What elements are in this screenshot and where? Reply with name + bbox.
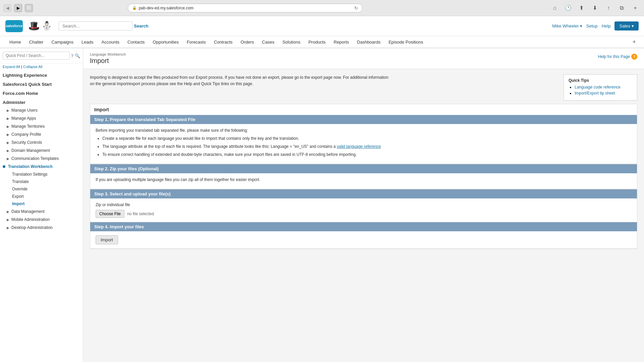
sf-header: salesforce 🎩 ⛄ Search Mike Wheeler ▾ Set… (0, 16, 644, 36)
share-icon[interactable]: ↑ (603, 3, 614, 13)
step2-block: Step 2. Zip your files (Optional) If you… (90, 164, 637, 189)
nav-item-home[interactable]: Home (5, 36, 25, 48)
sidebar-item-domain-management[interactable]: ▶ Domain Management (0, 146, 83, 155)
choose-file-button[interactable]: Choose File (96, 210, 124, 218)
import-section: Import Step 1. Prepare the translated Ta… (90, 104, 637, 249)
more-icon[interactable]: + (630, 3, 641, 13)
reload-icon[interactable]: ↻ (354, 5, 358, 11)
nav-item-episode-positions[interactable]: Episode Positions (384, 36, 427, 48)
sidebar-item-manage-territories[interactable]: ▶ Manage Territories (0, 122, 83, 130)
import-button[interactable]: Import (96, 235, 118, 244)
logo-text: salesforce (6, 24, 22, 28)
content-body: Quick Tips Language code reference Impor… (83, 69, 644, 254)
sidebar-item-label: Company Profile (11, 132, 41, 137)
active-dot-icon (3, 165, 5, 168)
sidebar-item-manage-apps[interactable]: ▶ Manage Apps (0, 114, 83, 122)
sidebar-subitem-translation-settings[interactable]: Translation Settings (0, 171, 83, 178)
forward-button[interactable]: ▶ (14, 4, 22, 12)
home-icon[interactable]: ⌂ (549, 3, 560, 13)
nav-item-contracts[interactable]: Contracts (210, 36, 237, 48)
nav-item-dashboards[interactable]: Dashboards (353, 36, 384, 48)
download-icon[interactable]: ⬇ (590, 3, 600, 13)
sidebar-item-desktop-administration[interactable]: ▶ Desktop Administration (0, 224, 83, 232)
user-menu[interactable]: Mike Wheeler ▾ (552, 23, 582, 28)
sidebar-item-security-controls[interactable]: ▶ Security Controls (0, 138, 83, 146)
history-icon[interactable]: 🕐 (563, 3, 574, 13)
help-for-this-page-link[interactable]: Help for this Page ? (598, 54, 637, 60)
sidebar-subitem-import[interactable]: Import (0, 200, 83, 207)
sidebar-item-label: Manage Territories (11, 124, 45, 129)
expand-icon: ▶ (7, 218, 9, 222)
expand-icon: ▶ (7, 125, 9, 128)
collapse-all-link[interactable]: Collapse All (23, 65, 42, 69)
nav-item-solutions[interactable]: Solutions (278, 36, 304, 48)
sidebar-salesforce1-quick-start[interactable]: Salesforce1 Quick Start (0, 79, 83, 88)
sidebar-item-translation-workbench[interactable]: Translation Workbench (0, 163, 83, 171)
sidebar-search-icon[interactable]: 🔍 (75, 53, 80, 58)
nav-item-chatter[interactable]: Chatter (25, 36, 48, 48)
valid-language-reference-link[interactable]: valid language reference (337, 144, 381, 149)
nav-item-leads[interactable]: Leads (77, 36, 97, 48)
language-code-reference-link[interactable]: Language code reference (575, 85, 621, 89)
nav-item-orders[interactable]: Orders (236, 36, 258, 48)
search-button[interactable]: Search (134, 23, 148, 28)
pin-icon[interactable]: ⬆ (576, 3, 587, 13)
url-text: pab-dev-ed.my.salesforce.com (139, 6, 194, 10)
back-button[interactable]: ◀ (3, 4, 11, 12)
step3-block: Step 3. Select and upload your file(s) Z… (90, 189, 637, 222)
sidebar-item-label: Communication Templates (11, 156, 59, 161)
nav-item-contacts[interactable]: Contacts (123, 36, 149, 48)
expand-icon: ▶ (7, 133, 9, 136)
page-title: Import (90, 57, 126, 65)
setup-link[interactable]: Setup (586, 23, 598, 28)
content-area: Language Workbench Import Help for this … (83, 48, 644, 362)
dropdown-arrow-icon: ▾ (580, 23, 582, 28)
tab-button[interactable]: ⬜ (25, 4, 33, 12)
sidebar-subitem-translate[interactable]: Translate (0, 178, 83, 185)
step1-intro: Before importing your translated tab sep… (96, 128, 632, 133)
step1-item3: To ensure correct handling of extended a… (102, 152, 632, 158)
file-upload-label: Zip or individual file (96, 202, 632, 207)
sales-button[interactable]: Sales ▾ (614, 21, 639, 31)
sidebar-item-data-management[interactable]: ▶ Data Management (0, 207, 83, 216)
help-link[interactable]: Help (602, 23, 611, 28)
intro-text: Importing is designed to accept the file… (90, 74, 392, 87)
step1-block: Step 1. Prepare the translated Tab Separ… (90, 115, 637, 164)
sidebar-lightning-experience[interactable]: Lightning Experience (0, 70, 83, 79)
step2-header: Step 2. Zip your files (Optional) (90, 164, 637, 173)
nav-item-campaigns[interactable]: Campaigns (47, 36, 77, 48)
sidebar-item-company-profile[interactable]: ▶ Company Profile (0, 130, 83, 138)
sales-label: Sales (619, 23, 630, 28)
expand-collapse-area: Expand All | Collapse All (0, 63, 83, 70)
step2-text: If you are uploading multiple language f… (96, 177, 632, 182)
step1-item2: The language attribute at the top of eac… (102, 143, 632, 149)
header-right: Mike Wheeler ▾ Setup Help Sales ▾ (552, 21, 639, 31)
search-input[interactable] (59, 21, 132, 31)
sidebar-help-icon[interactable]: ? (71, 53, 73, 58)
address-bar[interactable]: 🔒 pab-dev-ed.my.salesforce.com ↻ (128, 4, 363, 12)
browser-right-controls: ⌂ 🕐 ⬆ ⬇ ↑ ⧉ + (549, 3, 641, 13)
nav-item-forecasts[interactable]: Forecasts (183, 36, 210, 48)
nav-item-cases[interactable]: Cases (258, 36, 278, 48)
nav-item-products[interactable]: Products (304, 36, 329, 48)
sidebar-administer[interactable]: Administer (0, 97, 83, 106)
expand-icon: ▶ (7, 226, 9, 230)
sidebar-subitem-override[interactable]: Override (0, 185, 83, 193)
sidebar-subitem-export[interactable]: Export (0, 193, 83, 200)
sidebar-search-input[interactable] (3, 52, 70, 60)
sidebar-item-communication-templates[interactable]: ▶ Communication Templates (0, 155, 83, 163)
nav-item-accounts[interactable]: Accounts (98, 36, 123, 48)
nav-more-button[interactable]: + (630, 39, 639, 46)
expand-all-link[interactable]: Expand All (3, 65, 20, 69)
import-export-tip-sheet-link[interactable]: Import/Export tip sheet (575, 91, 615, 96)
sidebar-force-com-home[interactable]: Force.com Home (0, 88, 83, 97)
nav-item-reports[interactable]: Reports (330, 36, 353, 48)
help-circle-icon: ? (631, 54, 637, 60)
salesforce-logo[interactable]: salesforce (5, 20, 23, 32)
nav-item-opportunities[interactable]: Opportunities (149, 36, 182, 48)
step4-header: Step 4. Import your files (90, 222, 637, 231)
sidebar-item-manage-users[interactable]: ▶ Manage Users (0, 106, 83, 114)
sidebar-item-mobile-administration[interactable]: ▶ Mobile Administration (0, 216, 83, 224)
windows-icon[interactable]: ⧉ (616, 3, 627, 13)
expand-icon: ▶ (7, 141, 9, 144)
